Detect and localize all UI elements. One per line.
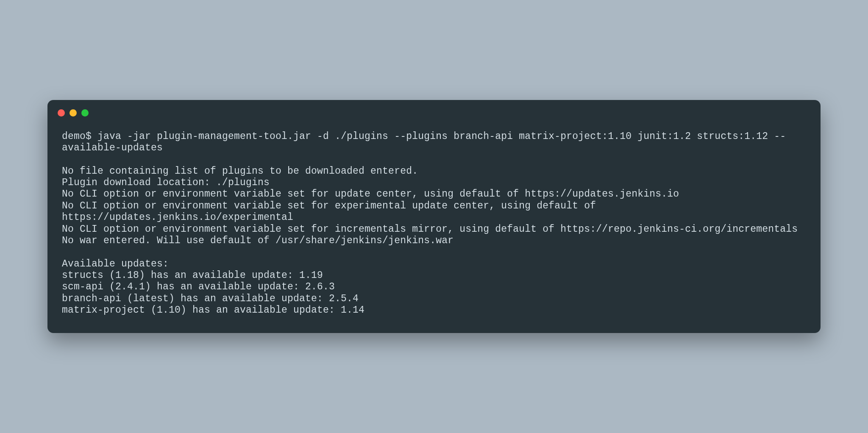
terminal-body[interactable]: demo$ java -jar plugin-management-tool.j…: [47, 120, 821, 333]
maximize-icon[interactable]: [81, 109, 89, 117]
close-icon[interactable]: [58, 109, 65, 117]
title-bar: [47, 100, 821, 120]
terminal-window: demo$ java -jar plugin-management-tool.j…: [47, 100, 821, 333]
terminal-command: demo$ java -jar plugin-management-tool.j…: [62, 131, 786, 153]
minimize-icon[interactable]: [70, 109, 77, 117]
terminal-output: No file containing list of plugins to be…: [62, 166, 798, 316]
